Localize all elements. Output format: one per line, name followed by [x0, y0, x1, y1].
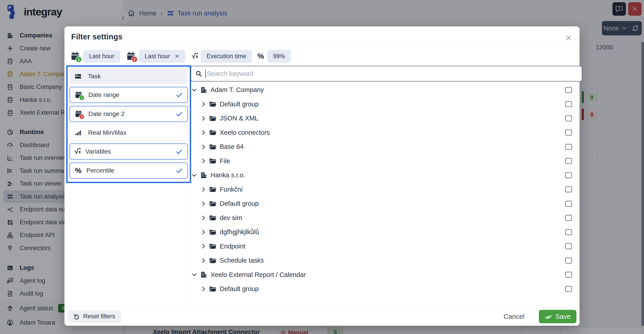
- undo-icon: [74, 313, 80, 320]
- tree-chevron-icon[interactable]: [200, 243, 206, 249]
- tree-chevron-icon[interactable]: [200, 186, 206, 192]
- filter-card-date-range-2[interactable]: 2 Date range 2: [70, 106, 188, 122]
- tree-chevron-icon[interactable]: [200, 130, 206, 135]
- tree-row[interactable]: Default group: [188, 282, 580, 296]
- tree-row[interactable]: Xeelo External Report / Calendar: [188, 268, 580, 282]
- tree-row[interactable]: Schedule tasks: [188, 253, 580, 268]
- tree-node-label: Default group: [220, 101, 259, 108]
- tree-chevron-icon[interactable]: [191, 272, 197, 278]
- tree-row[interactable]: dgfhgjhkjlkůlů: [188, 225, 580, 239]
- tree-node-icon: [200, 171, 208, 179]
- modal-footer: Reset filters Cancel Save: [64, 307, 580, 326]
- calendar-2-icon: 2: [74, 110, 82, 118]
- tree-row[interactable]: Adam T. Company: [188, 83, 580, 97]
- tree-chevron-icon[interactable]: [191, 172, 197, 178]
- tree-chevron-icon[interactable]: [200, 286, 206, 292]
- filter-card-task[interactable]: Task: [70, 69, 188, 84]
- tree-node-checkbox[interactable]: [565, 172, 572, 178]
- task-icon: [74, 72, 82, 80]
- calendar-1-icon: 1: [74, 91, 82, 99]
- tree-node-checkbox[interactable]: [565, 101, 572, 107]
- modal-title: Filter settings: [71, 32, 122, 41]
- tree-node-label: Funkční: [220, 186, 243, 193]
- tree-node-icon: [200, 271, 208, 278]
- chip-execution-time[interactable]: Execution time: [201, 50, 252, 63]
- text-cursor: [206, 69, 206, 78]
- tree-node-label: Default group: [220, 285, 259, 292]
- save-button[interactable]: Save: [539, 310, 576, 323]
- tree-row[interactable]: Default group: [188, 97, 580, 112]
- tree-row[interactable]: Funkční: [188, 182, 580, 197]
- tree-node-label: Adam T. Company: [210, 86, 264, 94]
- double-check-icon: [545, 313, 552, 320]
- tree-node-checkbox[interactable]: [565, 144, 572, 150]
- tree-node-checkbox[interactable]: [565, 116, 572, 121]
- tree-chevron-icon[interactable]: [200, 215, 206, 221]
- tree-chevron-icon[interactable]: [200, 229, 206, 235]
- tree-row[interactable]: Xeelo connectors: [188, 126, 580, 140]
- tree-node-label: dev sim: [220, 214, 242, 222]
- remove-chip-icon[interactable]: [175, 54, 179, 59]
- badge-2: 2: [131, 56, 138, 63]
- tree-node-checkbox[interactable]: [565, 87, 572, 93]
- modal-close-icon[interactable]: [565, 35, 572, 41]
- tree-node-checkbox[interactable]: [565, 258, 572, 263]
- tree-node-checkbox[interactable]: [565, 158, 572, 164]
- chip-date-range-2[interactable]: Last hour: [139, 50, 185, 63]
- tree-chevron-icon[interactable]: [200, 258, 206, 263]
- tree-node-checkbox[interactable]: [565, 186, 572, 192]
- tree-row[interactable]: Endpoint: [188, 239, 580, 254]
- tree-row[interactable]: JSON & XML: [188, 111, 580, 126]
- tree-node-icon: [209, 285, 216, 293]
- filter-card-variables[interactable]: √x Variables: [70, 144, 188, 160]
- bars-icon: [74, 129, 82, 137]
- tree-node-icon: [209, 257, 216, 264]
- tree-node-icon: [209, 186, 216, 193]
- tree-row[interactable]: Base 64: [188, 140, 580, 154]
- tree-row[interactable]: Hanka s.r.o.: [188, 168, 580, 182]
- tree-node-label: Hanka s.r.o.: [210, 171, 245, 179]
- tree-node-checkbox[interactable]: [565, 201, 572, 207]
- divider: [64, 47, 580, 47]
- tree-chevron-icon[interactable]: [200, 116, 206, 121]
- tree-node-label: Default group: [220, 200, 259, 207]
- check-icon: [176, 148, 183, 155]
- tree-node-label: Xeelo connectors: [220, 129, 270, 136]
- filter-card-date-range[interactable]: 1 Date range: [70, 87, 188, 103]
- filter-card-percentile[interactable]: % Percentile: [70, 163, 188, 179]
- chip-date-range-1[interactable]: Last hour: [83, 50, 120, 63]
- search-input[interactable]: [206, 70, 578, 78]
- tree-chevron-icon[interactable]: [200, 201, 206, 207]
- tree-node-checkbox[interactable]: [565, 243, 572, 249]
- tree-chevron-icon[interactable]: [200, 158, 206, 164]
- tree-chevron-icon[interactable]: [200, 101, 206, 107]
- tree-chevron-icon[interactable]: [191, 87, 197, 93]
- tree-node-checkbox[interactable]: [565, 272, 572, 278]
- tree-node-icon: [209, 228, 216, 236]
- panel-divider: [185, 65, 185, 307]
- reset-filters-button[interactable]: Reset filters: [68, 310, 121, 323]
- tree-node-icon: [200, 86, 208, 94]
- tree-row[interactable]: File: [188, 154, 580, 168]
- tree-node-checkbox[interactable]: [565, 215, 572, 221]
- badge-1: 1: [76, 56, 82, 63]
- filter-card-real-minmax[interactable]: Real Min/Max: [70, 125, 188, 141]
- search-box: [191, 66, 582, 82]
- tree-node-checkbox[interactable]: [565, 130, 572, 135]
- tree-node-label: Schedule tasks: [220, 257, 264, 264]
- cancel-button[interactable]: Cancel: [495, 313, 534, 320]
- check-icon: [176, 91, 183, 99]
- filter-settings-modal: Filter settings 1 Last hour 2 Last hour …: [64, 27, 580, 326]
- tree-node-checkbox[interactable]: [565, 229, 572, 235]
- tree-node-icon: [209, 242, 216, 250]
- chip-percentile-value[interactable]: 99%: [267, 50, 291, 63]
- tree-node-label: Xeelo External Report / Calendar: [210, 271, 306, 278]
- tree-node-label: File: [220, 157, 230, 165]
- search-icon: [195, 70, 202, 77]
- tree-chevron-icon[interactable]: [200, 144, 206, 150]
- tree-row[interactable]: dev sim: [188, 211, 580, 225]
- date-range-2-icon: 2: [126, 51, 136, 61]
- percentile-icon: %: [257, 52, 264, 61]
- tree-row[interactable]: Default group: [188, 197, 580, 211]
- tree-node-checkbox[interactable]: [565, 286, 572, 292]
